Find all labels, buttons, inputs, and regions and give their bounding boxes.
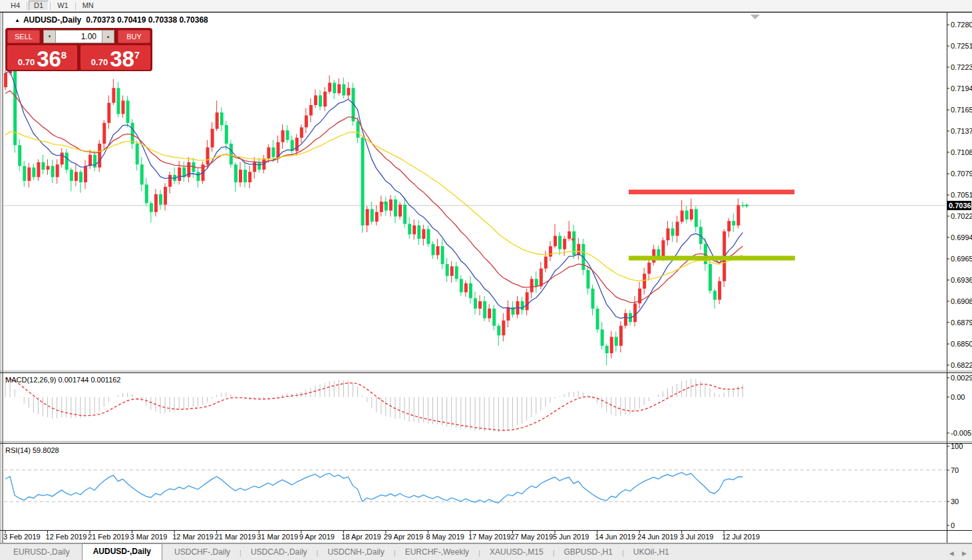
date-axis-label: 14 Jun 2019 [595, 533, 636, 541]
sell-price-small: 0.70 [18, 57, 35, 67]
rsi-title: RSI(14) [5, 446, 31, 454]
rsi-indicator-header: RSI(14) 59.8028 [5, 446, 59, 454]
date-axis-label: 21 Feb 2019 [88, 533, 129, 541]
price-axis-label: 0.69080 [951, 297, 972, 305]
volume-increment-button[interactable]: ▲ [102, 30, 114, 43]
price-axis-label: 0.71945 [951, 84, 972, 92]
arrow-down-icon: ▼ [48, 35, 52, 39]
toolbar-separator [75, 2, 76, 10]
expand-triangle-icon: ▲ [15, 17, 20, 23]
timeframe-toolbar: H4D1W1MN [0, 0, 972, 12]
timeframe-button-d1[interactable]: D1 [29, 1, 49, 11]
price-axis-label: 0.72230 [951, 63, 972, 71]
volume-decrement-button[interactable]: ▼ [43, 30, 56, 43]
price-axis-label: 0.70225 [951, 212, 972, 220]
timeframe-button-mn[interactable]: MN [77, 1, 99, 11]
price-axis-label: 0.70795 [951, 170, 972, 178]
toolbar-separator [27, 2, 27, 10]
rsi-axis-label: 100 [951, 442, 963, 450]
price-axis-label: 0.71085 [951, 148, 972, 156]
date-axis-label: 9 Apr 2019 [299, 533, 335, 541]
date-axis-label: 3 Jul 2019 [680, 533, 714, 541]
price-axis-label: 0.71655 [951, 106, 972, 114]
volume-input[interactable]: 1.00 [56, 30, 102, 43]
date-axis-label: 18 Apr 2019 [341, 533, 381, 541]
chart-tab-xauusd[interactable]: XAUUSD-,M15 [480, 545, 553, 560]
chart-title: ▲AUDUSD-,Daily0.70373 0.70419 0.70338 0.… [15, 15, 208, 25]
support-line [629, 256, 795, 261]
rsi-value: 59.8028 [33, 446, 59, 454]
macd-values: 0.001744 0.001162 [58, 376, 120, 384]
date-axis-label: 17 May 2019 [468, 533, 511, 541]
date-axis-label: 21 Mar 2019 [215, 533, 256, 541]
arrow-up-icon: ▲ [106, 35, 110, 39]
timeframe-button-w1[interactable]: W1 [52, 1, 74, 11]
resistance-line [629, 190, 794, 194]
price-axis-label: 0.69650 [951, 255, 972, 263]
one-click-trading-panel: SELL ▼ 1.00 ▲ BUY 0.70 36 8 0.70 38 7 [5, 28, 152, 71]
chart-tab-usdcnh[interactable]: USDCNH-,Daily [318, 545, 393, 560]
date-axis-label: 12 Feb 2019 [46, 533, 87, 541]
macd-axis-label: 0.00 [951, 393, 965, 401]
scroll-left-icon[interactable]: ◀ [949, 550, 954, 557]
date-axis-label: 5 Jun 2019 [553, 533, 589, 541]
macd-axis-label: -0.005256 [951, 429, 972, 437]
tab-scroll-arrows: ◀ ▶ [943, 550, 967, 557]
macd-title: MACD(12,26,9) [5, 376, 56, 384]
date-axis-label: 3 Mar 2019 [130, 533, 168, 541]
price-axis-label: 0.69365 [951, 276, 972, 284]
macd-axis-label: 0.002984 [951, 374, 972, 382]
date-axis-label: 8 May 2019 [426, 533, 464, 541]
buy-price-small: 0.70 [91, 57, 108, 67]
scroll-right-icon[interactable]: ▶ [962, 550, 967, 557]
date-axis-label: 24 Jun 2019 [637, 533, 678, 541]
date-axis-label: 29 Apr 2019 [384, 533, 423, 541]
toolbar-separator [50, 2, 51, 10]
buy-button[interactable]: BUY [118, 30, 150, 43]
buy-price-display[interactable]: 0.70 38 7 [81, 45, 150, 70]
sell-price-big: 36 [37, 48, 61, 70]
current-price-label: 0.70368 [949, 202, 972, 210]
sell-price-sup: 8 [61, 49, 67, 61]
date-axis-label: 12 Mar 2019 [172, 533, 214, 541]
rsi-axis-label: 30 [951, 497, 959, 505]
rsi-axis-label: 70 [951, 466, 959, 474]
mt4-terminal-window: 0.728000.725150.722300.719450.716550.713… [0, 0, 972, 560]
sell-price-display[interactable]: 0.70 36 8 [7, 45, 77, 70]
date-axis-label: 31 Mar 2019 [257, 533, 298, 541]
price-axis-label: 0.71370 [951, 127, 972, 135]
date-axis-label: 27 May 2019 [510, 533, 553, 541]
chart-tab-audusd[interactable]: AUDUSD-,Daily [82, 543, 162, 560]
date-axis-label: 3 Feb 2019 [3, 533, 41, 541]
price-axis-label: 0.70510 [951, 191, 972, 199]
price-axis-label: 0.72515 [951, 42, 972, 50]
timeframe-button-h4[interactable]: H4 [5, 1, 25, 11]
sell-button[interactable]: SELL [7, 30, 40, 43]
chart-tab-usdchf[interactable]: USDCHF-,Daily [165, 545, 240, 560]
chart-tab-ukoil[interactable]: UKOil-,H1 [624, 545, 679, 560]
chart-tab-eurchf[interactable]: EURCHF-,Weekly [396, 545, 478, 560]
price-axis-label: 0.68220 [951, 361, 972, 369]
chart-tab-bar: EURUSD-,DailyAUDUSD-,DailyUSDCHF-,Daily|… [0, 543, 972, 560]
chart-ohlc-values: 0.70373 0.70419 0.70338 0.70368 [86, 15, 208, 25]
price-axis-label: 0.69940 [951, 233, 972, 241]
chart-symbol-label: AUDUSD-,Daily [23, 15, 81, 25]
chart-tab-usdcad[interactable]: USDCAD-,Daily [242, 545, 317, 560]
price-axis-label: 0.68505 [951, 340, 972, 348]
price-axis-label: 0.68795 [951, 319, 972, 327]
buy-price-big: 38 [110, 48, 134, 70]
chart-tab-gbpusd[interactable]: GBPUSD-,H1 [555, 545, 622, 560]
macd-indicator-header: MACD(12,26,9) 0.001744 0.001162 [5, 376, 120, 384]
price-axis-label: 0.72800 [951, 21, 972, 29]
buy-price-sup: 7 [134, 49, 140, 61]
price-chart: 0.728000.725150.722300.719450.716550.713… [0, 0, 972, 560]
chart-tab-eurusd[interactable]: EURUSD-,Daily [4, 545, 79, 560]
rsi-axis-label: 0 [951, 521, 955, 529]
date-axis-label: 12 Jul 2019 [722, 533, 760, 541]
